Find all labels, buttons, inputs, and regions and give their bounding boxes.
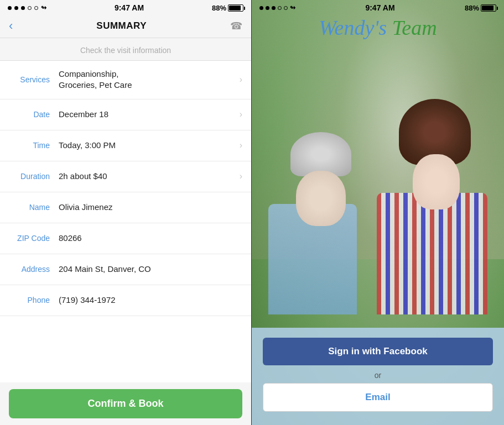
dot4 — [28, 6, 32, 10]
wifi-icon: ↬ — [41, 4, 46, 12]
time-display-left: 9:47 AM — [115, 3, 144, 12]
logo-team-text: Team — [392, 16, 437, 39]
row-phone: Phone (719) 344-1972 — [0, 285, 251, 316]
right-wifi-icon: ↬ — [290, 4, 295, 12]
left-phone: ↬ 9:47 AM 88% ‹ SUMMARY ☎ Check the visi… — [0, 0, 252, 425]
chevron-date: › — [240, 109, 242, 119]
logo-area: Wendy's Team — [252, 17, 504, 40]
label-phone: Phone — [9, 296, 59, 305]
status-bar-right: ↬ 9:47 AM 88% — [252, 0, 504, 14]
label-duration: Duration — [9, 172, 59, 181]
chevron-time: › — [240, 140, 242, 150]
value-phone: (719) 344-1972 — [59, 295, 242, 306]
right-status-left: ↬ — [259, 4, 295, 12]
label-name: Name — [9, 203, 59, 212]
chevron-duration: › — [240, 171, 242, 181]
row-name: Name Olivia Jimenez — [0, 192, 251, 223]
logo-wendy-text: Wendy's — [319, 16, 392, 39]
back-button[interactable]: ‹ — [9, 19, 13, 33]
time-display-right: 9:47 AM — [365, 3, 394, 12]
value-zip: 80266 — [59, 233, 242, 244]
row-duration[interactable]: Duration 2h about $40 › — [0, 161, 251, 192]
elderly-face — [296, 171, 346, 226]
login-panel: Sign in with Facebook or Email — [252, 328, 504, 425]
or-divider: or — [263, 371, 493, 380]
rdot2 — [266, 6, 269, 10]
value-time: Today, 3:00 PM — [59, 140, 235, 151]
email-signin-button[interactable]: Email — [263, 383, 493, 412]
value-services: Companionship,Groceries, Pet Care — [59, 69, 235, 91]
status-bar-left: ↬ 9:47 AM 88% — [0, 0, 251, 14]
dot2 — [14, 6, 18, 10]
row-date[interactable]: Date December 18 › — [0, 99, 251, 130]
confirm-book-button[interactable]: Confirm & Book — [9, 389, 242, 418]
page-title: SUMMARY — [96, 20, 147, 32]
app-logo: Wendy's Team — [319, 17, 437, 40]
row-address: Address 204 Main St, Danver, CO — [0, 254, 251, 285]
label-services: Services — [9, 75, 59, 84]
nav-bar-left: ‹ SUMMARY ☎ — [0, 14, 251, 38]
label-address: Address — [9, 265, 59, 274]
value-duration: 2h about $40 — [59, 171, 235, 182]
left-status-icons: ↬ — [8, 4, 46, 12]
value-name: Olivia Jimenez — [59, 202, 242, 213]
young-shirt — [377, 193, 487, 314]
battery-left: 88% — [212, 4, 243, 12]
battery-pct-right: 88% — [465, 4, 479, 12]
value-date: December 18 — [59, 109, 235, 120]
dot1 — [8, 6, 12, 10]
young-face — [413, 154, 460, 209]
rdot3 — [272, 6, 276, 10]
row-services[interactable]: Services Companionship,Groceries, Pet Ca… — [0, 61, 251, 99]
rdot1 — [259, 6, 263, 10]
phone-icon[interactable]: ☎ — [230, 20, 242, 32]
battery-right: 88% — [465, 4, 496, 12]
dot3 — [21, 6, 25, 10]
rdot5 — [284, 6, 288, 10]
battery-fill-left — [229, 6, 241, 11]
dot5 — [34, 6, 38, 10]
facebook-signin-button[interactable]: Sign in with Facebook — [263, 338, 493, 365]
right-phone: ↬ 9:47 AM 88% Wendy's Team Sign in with … — [252, 0, 504, 425]
battery-box-right — [481, 4, 496, 12]
label-time: Time — [9, 141, 59, 150]
value-address: 204 Main St, Danver, CO — [59, 264, 242, 275]
label-date: Date — [9, 110, 59, 119]
row-zip: ZIP Code 80266 — [0, 223, 251, 254]
rdot4 — [278, 6, 282, 10]
info-list: Services Companionship,Groceries, Pet Ca… — [0, 61, 251, 382]
row-time[interactable]: Time Today, 3:00 PM › — [0, 130, 251, 161]
page-subtitle: Check the visit information — [0, 38, 251, 61]
chevron-services: › — [240, 75, 242, 85]
battery-pct-left: 88% — [212, 4, 226, 12]
battery-fill-right — [482, 6, 493, 11]
battery-box-left — [228, 4, 243, 12]
label-zip: ZIP Code — [9, 234, 59, 243]
elderly-hair — [290, 132, 351, 176]
